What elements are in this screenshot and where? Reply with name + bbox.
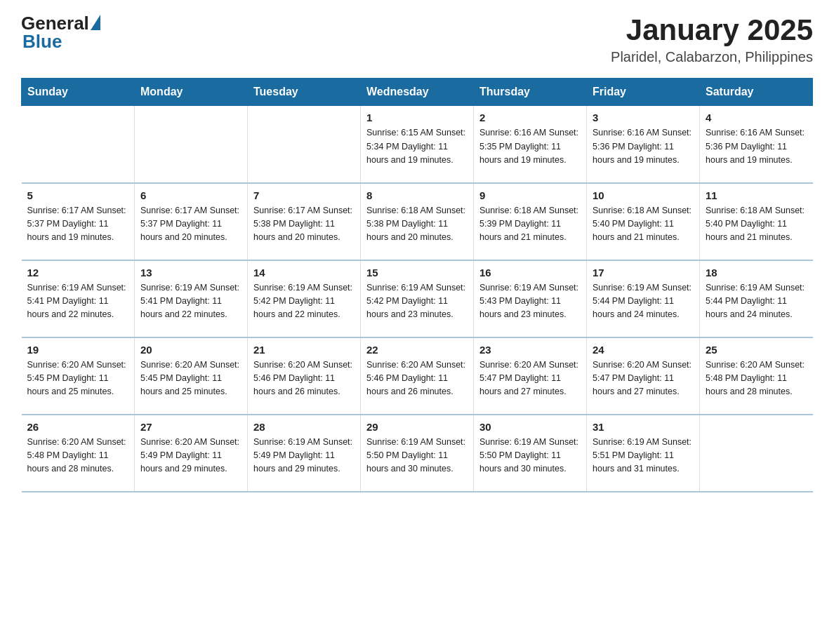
- calendar-week-row: 19Sunrise: 6:20 AM Sunset: 5:45 PM Dayli…: [22, 337, 813, 415]
- title-section: January 2025 Plaridel, Calabarzon, Phili…: [611, 14, 813, 65]
- day-info: Sunrise: 6:19 AM Sunset: 5:43 PM Dayligh…: [479, 281, 581, 322]
- day-number: 6: [140, 189, 241, 201]
- calendar-cell: [135, 106, 248, 183]
- day-number: 3: [593, 112, 694, 123]
- day-info: Sunrise: 6:20 AM Sunset: 5:48 PM Dayligh…: [706, 358, 807, 399]
- day-info: Sunrise: 6:17 AM Sunset: 5:37 PM Dayligh…: [140, 204, 241, 245]
- weekday-header-sunday: Sunday: [22, 79, 135, 106]
- month-title: January 2025: [611, 14, 813, 46]
- weekday-header-monday: Monday: [135, 79, 248, 106]
- calendar-cell: 1Sunrise: 6:15 AM Sunset: 5:34 PM Daylig…: [361, 106, 474, 183]
- day-number: 1: [366, 112, 468, 123]
- day-number: 12: [27, 267, 129, 279]
- weekday-header-row: SundayMondayTuesdayWednesdayThursdayFrid…: [22, 79, 813, 106]
- day-number: 20: [140, 344, 241, 356]
- calendar-cell: 13Sunrise: 6:19 AM Sunset: 5:41 PM Dayli…: [135, 260, 248, 337]
- calendar-cell: 28Sunrise: 6:19 AM Sunset: 5:49 PM Dayli…: [248, 415, 361, 492]
- day-number: 13: [140, 267, 241, 279]
- day-info: Sunrise: 6:20 AM Sunset: 5:46 PM Dayligh…: [366, 358, 468, 399]
- calendar-cell: 8Sunrise: 6:18 AM Sunset: 5:38 PM Daylig…: [361, 183, 474, 260]
- calendar-cell: 2Sunrise: 6:16 AM Sunset: 5:35 PM Daylig…: [474, 106, 587, 183]
- weekday-header-thursday: Thursday: [474, 79, 587, 106]
- calendar-cell: 19Sunrise: 6:20 AM Sunset: 5:45 PM Dayli…: [22, 337, 135, 415]
- day-info: Sunrise: 6:19 AM Sunset: 5:44 PM Dayligh…: [706, 281, 807, 322]
- calendar-cell: 30Sunrise: 6:19 AM Sunset: 5:50 PM Dayli…: [474, 415, 587, 492]
- calendar-cell: 6Sunrise: 6:17 AM Sunset: 5:37 PM Daylig…: [135, 183, 248, 260]
- calendar-week-row: 12Sunrise: 6:19 AM Sunset: 5:41 PM Dayli…: [22, 260, 813, 337]
- weekday-header-tuesday: Tuesday: [248, 79, 361, 106]
- day-number: 7: [253, 189, 355, 201]
- calendar-cell: 16Sunrise: 6:19 AM Sunset: 5:43 PM Dayli…: [474, 260, 587, 337]
- calendar-cell: 20Sunrise: 6:20 AM Sunset: 5:45 PM Dayli…: [135, 337, 248, 415]
- calendar-cell: 15Sunrise: 6:19 AM Sunset: 5:42 PM Dayli…: [361, 260, 474, 337]
- logo-general-text: General: [21, 14, 89, 32]
- day-number: 8: [366, 189, 468, 201]
- logo: General Blue: [21, 14, 100, 53]
- day-info: Sunrise: 6:15 AM Sunset: 5:34 PM Dayligh…: [366, 126, 468, 167]
- calendar-cell: 31Sunrise: 6:19 AM Sunset: 5:51 PM Dayli…: [587, 415, 700, 492]
- calendar-cell: 14Sunrise: 6:19 AM Sunset: 5:42 PM Dayli…: [248, 260, 361, 337]
- day-info: Sunrise: 6:19 AM Sunset: 5:41 PM Dayligh…: [27, 281, 129, 322]
- day-number: 25: [706, 344, 807, 356]
- day-number: 11: [706, 189, 807, 201]
- day-info: Sunrise: 6:19 AM Sunset: 5:50 PM Dayligh…: [479, 436, 581, 476]
- calendar-cell: 25Sunrise: 6:20 AM Sunset: 5:48 PM Dayli…: [700, 337, 813, 415]
- day-info: Sunrise: 6:16 AM Sunset: 5:36 PM Dayligh…: [593, 126, 694, 167]
- logo-triangle-icon: [91, 15, 100, 30]
- day-number: 2: [479, 112, 581, 123]
- calendar-cell: 5Sunrise: 6:17 AM Sunset: 5:37 PM Daylig…: [22, 183, 135, 260]
- day-info: Sunrise: 6:20 AM Sunset: 5:45 PM Dayligh…: [27, 358, 129, 399]
- calendar-cell: 12Sunrise: 6:19 AM Sunset: 5:41 PM Dayli…: [22, 260, 135, 337]
- day-info: Sunrise: 6:16 AM Sunset: 5:35 PM Dayligh…: [479, 126, 581, 167]
- calendar-cell: [700, 415, 813, 492]
- calendar-cell: 18Sunrise: 6:19 AM Sunset: 5:44 PM Dayli…: [700, 260, 813, 337]
- calendar-week-row: 5Sunrise: 6:17 AM Sunset: 5:37 PM Daylig…: [22, 183, 813, 260]
- calendar-cell: 3Sunrise: 6:16 AM Sunset: 5:36 PM Daylig…: [587, 106, 700, 183]
- day-info: Sunrise: 6:19 AM Sunset: 5:42 PM Dayligh…: [366, 281, 468, 322]
- day-info: Sunrise: 6:20 AM Sunset: 5:46 PM Dayligh…: [253, 358, 355, 399]
- day-number: 29: [366, 421, 468, 433]
- day-number: 4: [706, 112, 807, 123]
- day-number: 30: [479, 421, 581, 433]
- day-number: 21: [253, 344, 355, 356]
- day-number: 19: [27, 344, 129, 356]
- day-number: 23: [479, 344, 581, 356]
- day-number: 15: [366, 267, 468, 279]
- calendar-cell: 9Sunrise: 6:18 AM Sunset: 5:39 PM Daylig…: [474, 183, 587, 260]
- day-number: 26: [27, 421, 129, 433]
- calendar-cell: 24Sunrise: 6:20 AM Sunset: 5:47 PM Dayli…: [587, 337, 700, 415]
- day-number: 14: [253, 267, 355, 279]
- day-info: Sunrise: 6:19 AM Sunset: 5:44 PM Dayligh…: [593, 281, 694, 322]
- calendar-cell: 27Sunrise: 6:20 AM Sunset: 5:49 PM Dayli…: [135, 415, 248, 492]
- day-number: 22: [366, 344, 468, 356]
- location-title: Plaridel, Calabarzon, Philippines: [611, 49, 813, 65]
- calendar-cell: [248, 106, 361, 183]
- day-number: 16: [479, 267, 581, 279]
- calendar-week-row: 26Sunrise: 6:20 AM Sunset: 5:48 PM Dayli…: [22, 415, 813, 492]
- day-info: Sunrise: 6:18 AM Sunset: 5:38 PM Dayligh…: [366, 204, 468, 245]
- page-header: General Blue January 2025 Plaridel, Cala…: [21, 14, 813, 65]
- weekday-header-wednesday: Wednesday: [361, 79, 474, 106]
- day-info: Sunrise: 6:19 AM Sunset: 5:49 PM Dayligh…: [253, 436, 355, 476]
- day-info: Sunrise: 6:18 AM Sunset: 5:40 PM Dayligh…: [593, 204, 694, 245]
- calendar-table: SundayMondayTuesdayWednesdayThursdayFrid…: [21, 78, 813, 492]
- calendar-cell: 23Sunrise: 6:20 AM Sunset: 5:47 PM Dayli…: [474, 337, 587, 415]
- day-info: Sunrise: 6:19 AM Sunset: 5:41 PM Dayligh…: [140, 281, 241, 322]
- day-number: 28: [253, 421, 355, 433]
- calendar-cell: 21Sunrise: 6:20 AM Sunset: 5:46 PM Dayli…: [248, 337, 361, 415]
- day-info: Sunrise: 6:19 AM Sunset: 5:42 PM Dayligh…: [253, 281, 355, 322]
- day-info: Sunrise: 6:18 AM Sunset: 5:39 PM Dayligh…: [479, 204, 581, 245]
- calendar-cell: [22, 106, 135, 183]
- calendar-cell: 11Sunrise: 6:18 AM Sunset: 5:40 PM Dayli…: [700, 183, 813, 260]
- day-number: 9: [479, 189, 581, 201]
- day-number: 31: [593, 421, 694, 433]
- calendar-week-row: 1Sunrise: 6:15 AM Sunset: 5:34 PM Daylig…: [22, 106, 813, 183]
- day-number: 18: [706, 267, 807, 279]
- day-info: Sunrise: 6:20 AM Sunset: 5:47 PM Dayligh…: [593, 358, 694, 399]
- day-info: Sunrise: 6:17 AM Sunset: 5:37 PM Dayligh…: [27, 204, 129, 245]
- day-info: Sunrise: 6:19 AM Sunset: 5:50 PM Dayligh…: [366, 436, 468, 476]
- day-info: Sunrise: 6:16 AM Sunset: 5:36 PM Dayligh…: [706, 126, 807, 167]
- calendar-cell: 29Sunrise: 6:19 AM Sunset: 5:50 PM Dayli…: [361, 415, 474, 492]
- day-info: Sunrise: 6:19 AM Sunset: 5:51 PM Dayligh…: [593, 436, 694, 476]
- calendar-cell: 26Sunrise: 6:20 AM Sunset: 5:48 PM Dayli…: [22, 415, 135, 492]
